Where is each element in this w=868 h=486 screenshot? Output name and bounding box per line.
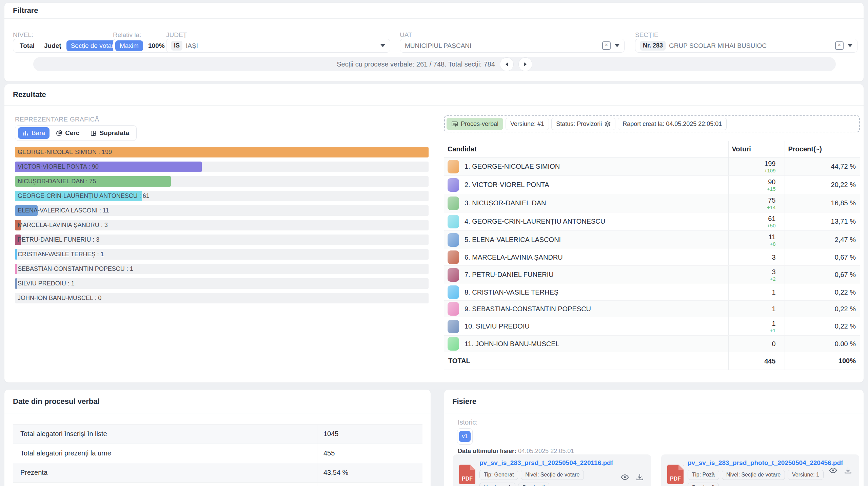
candidate-name: 9. SEBASTIAN-CONSTANTIN POPESCU bbox=[465, 305, 591, 313]
total-label: TOTAL bbox=[444, 352, 728, 370]
candidate-votes: 1 bbox=[732, 288, 776, 296]
sectie-select[interactable]: Nr. 283 GRUP SCOLAR MIHAI BUSUIOC ✕ bbox=[635, 39, 857, 53]
bar-fill bbox=[15, 249, 17, 260]
candidate-name: 11. JOHN-ION BANU-MUSCEL bbox=[465, 340, 559, 348]
total-percent: 100% bbox=[785, 352, 860, 370]
bar-row: SEBASTIAN-CONSTANTIN POPESCU : 1 bbox=[15, 264, 429, 274]
bar-label: PETRU-DANIEL FUNERIU : 3 bbox=[18, 235, 99, 245]
candidate-votes-delta: +8 bbox=[732, 241, 776, 247]
file-chip: Provizorii bbox=[688, 483, 719, 486]
file-link[interactable]: pv_sv_is_283_prsd_t_20250504_220116.pdf bbox=[479, 459, 646, 467]
sectie-value: GRUP SCOLAR MIHAI BUSUIOC bbox=[669, 42, 832, 50]
candidate-votes: 11 bbox=[732, 233, 776, 241]
candidate-percent: 16,85 % bbox=[785, 194, 860, 212]
bar-label: CRISTIAN-VASILE TERHEȘ : 1 bbox=[18, 249, 104, 260]
judet-code-badge: IS bbox=[171, 41, 182, 51]
results-table: Candidat Voturi Procent(~) 1. GEORGE-NIC… bbox=[444, 141, 860, 370]
file-link[interactable]: pv_sv_is_283_prsd_photo_t_20250504_22045… bbox=[688, 459, 854, 467]
download-icon[interactable] bbox=[844, 466, 852, 475]
tab-cerc[interactable]: Cerc bbox=[52, 127, 84, 139]
chevron-down-icon[interactable] bbox=[848, 44, 852, 47]
sectie-number-badge: Nr. 283 bbox=[640, 41, 666, 51]
relativ-option-100[interactable]: 100% bbox=[144, 40, 169, 51]
pv-data-row: Prezenta43,54 % bbox=[13, 463, 422, 483]
nivel-option-judet[interactable]: Județ bbox=[40, 40, 66, 51]
next-section-button[interactable] bbox=[518, 57, 532, 71]
chart-column: REPREZENTARE GRAFICĂ Bara Cerc Suprafata… bbox=[15, 116, 433, 307]
clear-icon[interactable]: ✕ bbox=[602, 41, 611, 50]
candidate-percent: 0,22 % bbox=[785, 301, 860, 317]
candidate-name: 3. NICUȘOR-DANIEL DAN bbox=[465, 199, 546, 207]
file-card: PDFpv_sv_is_283_prsd_photo_t_20250504_22… bbox=[661, 454, 859, 486]
clear-icon[interactable]: ✕ bbox=[835, 41, 844, 50]
uat-label: UAT bbox=[400, 31, 412, 39]
bar-label: GEORGE-NICOLAE SIMION : 199 bbox=[18, 147, 112, 157]
file-list: PDFpv_sv_is_283_prsd_t_20250504_220116.p… bbox=[453, 454, 859, 486]
nivel-option-total[interactable]: Total bbox=[15, 40, 39, 51]
status-chip: Status: Provizorii bbox=[551, 118, 615, 130]
candidate-votes: 1 bbox=[732, 319, 776, 328]
candidate-row: 3. NICUȘOR-DANIEL DAN75+1416,85 % bbox=[444, 194, 860, 212]
bar-row: VICTOR-VIOREL PONTA : 90 bbox=[15, 162, 429, 172]
judet-value: IAȘI bbox=[186, 42, 376, 50]
pv-data-row bbox=[13, 483, 422, 486]
file-card: PDFpv_sv_is_283_prsd_t_20250504_220116.p… bbox=[453, 454, 651, 486]
candidate-percent: 0.00 % bbox=[785, 336, 860, 352]
col-header-procent: Procent(~) bbox=[785, 141, 860, 157]
last-file-value: 04.05.2025 22:05:01 bbox=[518, 448, 574, 454]
proces-verbal-chip[interactable]: Proces-verbal bbox=[447, 118, 503, 130]
pv-data-row-value: 43,54 % bbox=[317, 463, 422, 482]
file-chip: Provizorii bbox=[518, 483, 549, 486]
pv-data-row-label: Prezenta bbox=[13, 463, 317, 482]
sections-progress-text: Secții cu procese verbale: 261 / 748. To… bbox=[337, 60, 495, 68]
prev-section-button[interactable] bbox=[500, 57, 514, 71]
pv-data-card: Date din procesul verbal Total alegatori… bbox=[4, 390, 431, 486]
uat-value: MUNICIPIUL PAȘCANI bbox=[405, 42, 599, 50]
file-actions bbox=[620, 473, 644, 482]
bar-row: MARCELA-LAVINIA ȘANDRU : 3 bbox=[15, 220, 429, 230]
bar-chart: GEORGE-NICOLAE SIMION : 199VICTOR-VIOREL… bbox=[15, 147, 429, 303]
candidate-name: 7. PETRU-DANIEL FUNERIU bbox=[465, 271, 554, 279]
results-card: Rezultate REPREZENTARE GRAFICĂ Bara Cerc… bbox=[4, 84, 864, 382]
bar-label: ELENA-VALERICA LASCONI : 11 bbox=[18, 205, 109, 216]
col-header-candidat: Candidat bbox=[444, 141, 728, 157]
bar-label: SILVIU PREDOIU : 1 bbox=[18, 278, 75, 289]
file-chip: Tip: Generat bbox=[479, 470, 518, 480]
candidate-color-chip bbox=[448, 233, 459, 247]
candidate-name: 6. MARCELA-LAVINIA ȘANDRU bbox=[465, 254, 563, 261]
relativ-label: Relativ la: bbox=[113, 31, 141, 39]
candidate-color-chip bbox=[448, 268, 459, 282]
eye-icon[interactable] bbox=[829, 466, 837, 475]
candidate-color-chip bbox=[448, 337, 459, 351]
nivel-segmented: Total Județ Secție de votare bbox=[13, 39, 124, 53]
candidate-votes: 199 bbox=[732, 160, 776, 168]
pdf-file-icon: PDF bbox=[459, 465, 475, 484]
col-header-voturi: Voturi bbox=[728, 141, 785, 157]
candidate-votes: 75 bbox=[732, 196, 776, 204]
pv-data-row: Total alegatori prezenți la urne455 bbox=[13, 444, 422, 463]
candidate-votes: 3 bbox=[732, 253, 776, 261]
pv-data-row-value: 455 bbox=[317, 444, 422, 463]
candidate-votes: 3 bbox=[732, 268, 776, 276]
istoric-label: Istoric: bbox=[458, 418, 478, 426]
relativ-option-maxim[interactable]: Maxim bbox=[115, 40, 143, 51]
candidate-name: 1. GEORGE-NICOLAE SIMION bbox=[465, 163, 560, 170]
bar-chart-icon bbox=[22, 130, 29, 136]
candidate-row: 5. ELENA-VALERICA LASCONI11+82,47 % bbox=[444, 231, 860, 249]
judet-select[interactable]: IS IAȘI bbox=[166, 39, 390, 53]
candidate-percent: 0,22 % bbox=[785, 284, 860, 301]
candidate-row: 4. GEORGE-CRIN-LAURENȚIU ANTONESCU61+501… bbox=[444, 212, 860, 231]
tab-bara[interactable]: Bara bbox=[18, 127, 50, 139]
version-selector[interactable]: v1 bbox=[457, 428, 473, 445]
tab-suprafata[interactable]: Suprafata bbox=[86, 127, 134, 139]
eye-icon[interactable] bbox=[620, 473, 629, 482]
candidate-color-chip bbox=[448, 302, 459, 316]
file-chip: Nivel: Secție de votare bbox=[722, 470, 785, 480]
bar-label: JOHN-ION BANU-MUSCEL : 0 bbox=[18, 293, 101, 303]
uat-select[interactable]: MUNICIPIUL PAȘCANI ✕ bbox=[400, 39, 625, 53]
download-icon[interactable] bbox=[635, 473, 644, 482]
chevron-down-icon[interactable] bbox=[380, 44, 385, 47]
chevron-down-icon[interactable] bbox=[615, 44, 619, 47]
pie-chart-icon bbox=[56, 130, 62, 136]
bar-label: NICUȘOR-DANIEL DAN : 75 bbox=[18, 176, 96, 187]
